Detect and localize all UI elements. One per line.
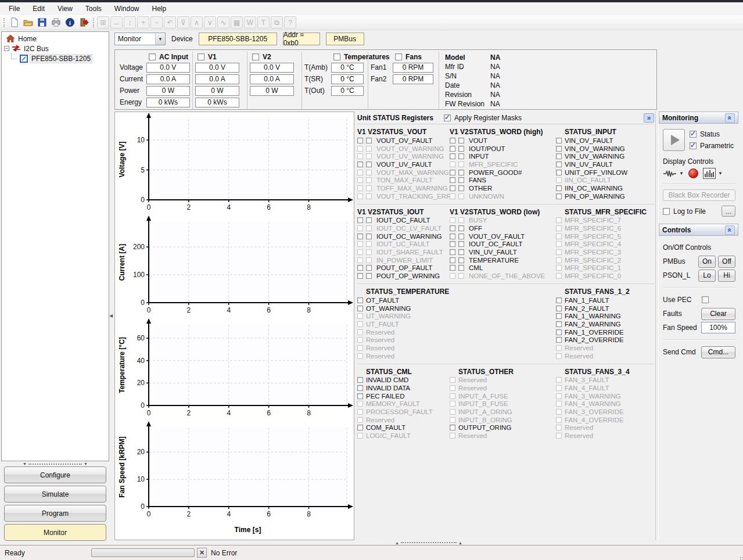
status-bit-checkbox[interactable]	[556, 297, 562, 303]
toolbar-grid-icon[interactable]: ▦	[231, 16, 243, 28]
toolbar-zoom-vertical-icon[interactable]: ↕	[124, 16, 136, 28]
toolbar-peak-max-icon[interactable]: ∧	[191, 16, 203, 28]
status-bit-checkbox[interactable]	[450, 185, 455, 191]
use-pec-checkbox[interactable]	[702, 296, 709, 303]
toolbar-about-info-icon[interactable]: i	[63, 16, 76, 29]
status-bit-checkbox[interactable]	[556, 170, 562, 175]
clear-faults-button[interactable]: Clear	[701, 308, 735, 320]
toolbar-save-file-icon[interactable]	[35, 16, 48, 29]
status-bit-checkbox[interactable]	[357, 217, 363, 223]
measure-group-checkbox[interactable]	[395, 53, 402, 60]
toolbar-grip[interactable]	[3, 18, 5, 27]
menu-item-file[interactable]: File	[2, 2, 26, 15]
toolbar-help-icon[interactable]: ?	[284, 16, 296, 28]
status-bit-checkbox[interactable]	[458, 234, 464, 239]
toolbar-peak-min-icon[interactable]: ∨	[204, 16, 216, 28]
status-bit-checkbox[interactable]	[450, 153, 455, 159]
status-bit-checkbox[interactable]	[366, 138, 372, 143]
status-bit-checkbox[interactable]	[450, 257, 455, 263]
status-bit-checkbox[interactable]	[556, 329, 562, 335]
collapse-chevron-icon[interactable]: «	[725, 225, 735, 235]
chevron-down-icon[interactable]: ▼	[718, 171, 723, 176]
clear-error-button[interactable]: ✕	[197, 548, 207, 558]
status-checkbox[interactable]	[690, 131, 697, 138]
apply-register-masks-checkbox[interactable]	[444, 114, 451, 121]
menu-item-window[interactable]: Window	[108, 2, 146, 15]
status-bit-checkbox[interactable]	[450, 225, 455, 231]
fan-speed-input[interactable]: 100%	[701, 322, 735, 333]
status-bit-checkbox[interactable]	[458, 249, 464, 255]
status-bit-checkbox[interactable]	[366, 265, 372, 271]
status-bit-checkbox[interactable]	[357, 265, 363, 271]
waveform-icon[interactable]	[663, 170, 677, 178]
status-bit-checkbox[interactable]	[556, 193, 562, 199]
toolbar-zoom-reset-icon[interactable]: ⊞	[97, 16, 109, 28]
toolbar-zoom-horizontal-icon[interactable]: ↔	[110, 16, 123, 28]
status-bit-checkbox[interactable]	[556, 161, 562, 167]
status-bit-checkbox[interactable]	[458, 185, 464, 191]
status-bit-checkbox[interactable]	[556, 185, 562, 191]
pson-hi-button[interactable]: Hi	[718, 270, 735, 282]
toolbar-undo-zoom-icon[interactable]: ↶	[164, 16, 176, 28]
parametric-checkbox[interactable]	[690, 142, 697, 149]
toolbar-open-file-icon[interactable]	[21, 16, 34, 29]
mode-combobox[interactable]: Monitor ▼	[114, 33, 166, 45]
nav-button-monitor[interactable]: Monitor	[4, 524, 106, 541]
status-bit-checkbox[interactable]	[357, 234, 363, 239]
toolbar-zoom-out-icon[interactable]: −	[150, 16, 163, 28]
browse-button[interactable]: ...	[722, 206, 735, 217]
status-bit-checkbox[interactable]	[366, 273, 372, 279]
status-bit-checkbox[interactable]	[458, 241, 464, 247]
status-bit-checkbox[interactable]	[357, 273, 363, 279]
toolbar-watts-trace-icon[interactable]: W	[244, 16, 256, 28]
toolbar-grip[interactable]	[93, 18, 94, 27]
tree-expander-icon[interactable]: −	[4, 46, 9, 51]
status-bit-checkbox[interactable]	[556, 146, 562, 152]
histogram-icon[interactable]	[703, 168, 716, 179]
toolbar-autoscale-icon[interactable]: ⊽	[177, 16, 189, 28]
status-bit-checkbox[interactable]	[556, 313, 562, 319]
start-monitoring-button[interactable]	[663, 129, 685, 151]
toolbar-exit-icon[interactable]	[77, 16, 90, 29]
status-bit-checkbox[interactable]	[357, 138, 363, 143]
toolbar-print-icon[interactable]	[49, 16, 62, 29]
status-bit-checkbox[interactable]	[458, 257, 464, 263]
status-bit-checkbox[interactable]	[366, 217, 372, 223]
menu-item-tools[interactable]: Tools	[79, 2, 108, 15]
measure-group-checkbox[interactable]	[333, 53, 340, 60]
resize-grip[interactable]	[740, 557, 741, 558]
chevron-down-icon[interactable]: ▼	[679, 171, 684, 176]
send-cmd-button[interactable]: Cmd...	[701, 346, 735, 358]
tree-item-i2c-bus[interactable]: −I2C Bus	[2, 44, 109, 53]
status-bit-checkbox[interactable]	[450, 170, 455, 175]
menu-item-edit[interactable]: Edit	[26, 2, 51, 15]
nav-button-configure[interactable]: Configure	[4, 466, 106, 483]
status-bit-checkbox[interactable]	[556, 153, 562, 159]
status-bit-checkbox[interactable]	[357, 393, 363, 399]
toolbar-zoom-in-icon[interactable]: +	[137, 16, 149, 28]
status-bit-checkbox[interactable]	[450, 425, 455, 430]
toolbar-waveform-icon[interactable]: ∿	[217, 16, 229, 28]
status-bit-checkbox[interactable]	[357, 385, 363, 391]
record-icon[interactable]	[688, 168, 698, 178]
toolbar-new-file-icon[interactable]	[8, 16, 20, 29]
collapse-splitter-arrow[interactable]: ◀	[109, 311, 113, 320]
status-bit-checkbox[interactable]	[556, 138, 562, 143]
toolbar-temperature-trace-icon[interactable]: T	[257, 16, 270, 28]
menu-item-view[interactable]: View	[51, 2, 79, 15]
pson-lo-button[interactable]: Lo	[698, 270, 716, 282]
status-bit-checkbox[interactable]	[450, 234, 455, 239]
status-bit-checkbox[interactable]	[458, 138, 464, 143]
status-bit-checkbox[interactable]	[450, 138, 455, 143]
status-bit-checkbox[interactable]	[357, 161, 363, 167]
status-bit-checkbox[interactable]	[357, 425, 363, 430]
status-bit-checkbox[interactable]	[458, 177, 464, 183]
left-panel-splitter[interactable]: ▼▼	[1, 461, 109, 466]
status-bit-checkbox[interactable]	[556, 337, 562, 343]
tree-item-pfe850-sbb-1205[interactable]: PFE850-SBB-1205	[2, 53, 109, 63]
status-bit-checkbox[interactable]	[556, 321, 562, 327]
expand-panel-button[interactable]: »	[644, 113, 654, 123]
status-bit-checkbox[interactable]	[357, 297, 363, 303]
status-bit-checkbox[interactable]	[450, 249, 455, 255]
status-bit-checkbox[interactable]	[357, 377, 363, 383]
